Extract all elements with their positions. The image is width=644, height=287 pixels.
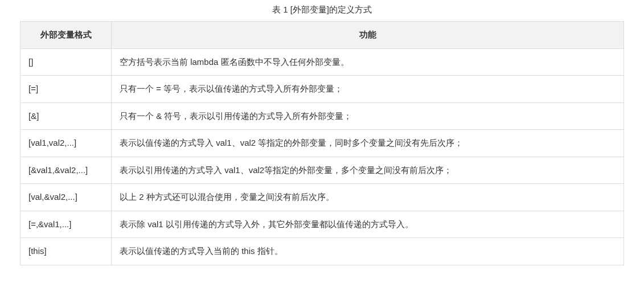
cell-desc: 只有一个 & 符号，表示以引用传递的方式导入所有外部变量； [112,102,624,130]
table-row: [this] 表示以值传递的方式导入当前的 this 指针。 [20,238,624,265]
header-format: 外部变量格式 [20,22,112,49]
table-row: [=] 只有一个 = 等号，表示以值传递的方式导入所有外部变量； [20,76,624,103]
table-header-row: 外部变量格式 功能 [20,22,624,49]
cell-format: [=,&val1,...] [20,211,112,238]
cell-format: [val1,val2,...] [20,130,112,157]
table-row: [=,&val1,...] 表示除 val1 以引用传递的方式导入外，其它外部变… [20,211,624,238]
cell-desc: 表示以引用传递的方式导入 val1、val2等指定的外部变量，多个变量之间没有前… [112,157,624,184]
cell-desc: 只有一个 = 等号，表示以值传递的方式导入所有外部变量； [112,76,624,103]
cell-desc: 空方括号表示当前 lambda 匿名函数中不导入任何外部变量。 [112,48,624,76]
cell-format: [this] [20,238,112,265]
cell-format: [] [20,48,112,76]
table-row: [&val1,&val2,...] 表示以引用传递的方式导入 val1、val2… [20,157,624,184]
table-row: [val1,val2,...] 表示以值传递的方式导入 val1、val2 等指… [20,130,624,157]
cell-desc: 表示以值传递的方式导入 val1、val2 等指定的外部变量，同时多个变量之间没… [112,130,624,157]
table-caption: 表 1 [外部变量]的定义方式 [20,5,624,15]
table-row: [&] 只有一个 & 符号，表示以引用传递的方式导入所有外部变量； [20,102,624,130]
lambda-capture-table: 外部变量格式 功能 [] 空方括号表示当前 lambda 匿名函数中不导入任何外… [20,21,624,265]
cell-desc: 表示以值传递的方式导入当前的 this 指针。 [112,238,624,265]
cell-format: [=] [20,76,112,103]
table-row: [val,&val2,...] 以上 2 种方式还可以混合使用，变量之间没有前后… [20,184,624,211]
cell-desc: 表示除 val1 以引用传递的方式导入外，其它外部变量都以值传递的方式导入。 [112,211,624,238]
header-function: 功能 [112,22,624,49]
cell-format: [val,&val2,...] [20,184,112,211]
cell-desc: 以上 2 种方式还可以混合使用，变量之间没有前后次序。 [112,184,624,211]
cell-format: [&] [20,102,112,130]
cell-format: [&val1,&val2,...] [20,157,112,184]
table-row: [] 空方括号表示当前 lambda 匿名函数中不导入任何外部变量。 [20,48,624,76]
